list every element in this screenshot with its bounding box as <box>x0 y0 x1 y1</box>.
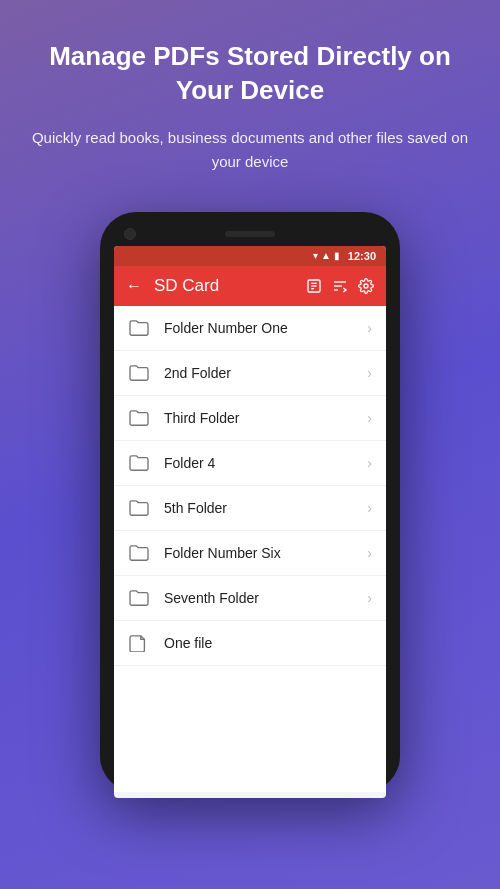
settings-icon-button[interactable] <box>358 278 374 294</box>
wifi-icon: ▾ <box>313 250 318 261</box>
app-bar: ← SD Card <box>114 266 386 306</box>
phone-speaker <box>225 231 275 237</box>
list-item[interactable]: Third Folder › <box>114 396 386 441</box>
status-time: 12:30 <box>348 250 376 262</box>
phone-body: ▾ ▲ ▮ 12:30 ← SD Card <box>100 212 400 792</box>
sort-icon-button[interactable] <box>332 278 348 294</box>
file-icon <box>128 634 150 652</box>
list-item[interactable]: Folder Number Six › <box>114 531 386 576</box>
list-item[interactable]: Folder 4 › <box>114 441 386 486</box>
folder-icon <box>128 319 150 337</box>
svg-point-7 <box>364 284 368 288</box>
status-icons: ▾ ▲ ▮ <box>313 250 340 261</box>
file-name: 5th Folder <box>164 500 367 516</box>
folder-icon <box>128 454 150 472</box>
back-button[interactable]: ← <box>126 277 142 295</box>
list-item[interactable]: One file <box>114 621 386 666</box>
list-item[interactable]: 5th Folder › <box>114 486 386 531</box>
file-icon-button[interactable] <box>306 278 322 294</box>
app-bar-actions <box>306 278 374 294</box>
file-name: Folder 4 <box>164 455 367 471</box>
app-bar-title: SD Card <box>154 276 294 296</box>
chevron-right-icon: › <box>367 500 372 516</box>
file-name: Folder Number One <box>164 320 367 336</box>
file-list: Folder Number One › 2nd Folder › Third F… <box>114 306 386 792</box>
file-name: 2nd Folder <box>164 365 367 381</box>
phone-notch <box>114 226 386 246</box>
file-name: Folder Number Six <box>164 545 367 561</box>
chevron-right-icon: › <box>367 365 372 381</box>
file-name: Seventh Folder <box>164 590 367 606</box>
folder-icon <box>128 364 150 382</box>
phone-mockup: ▾ ▲ ▮ 12:30 ← SD Card <box>0 212 500 792</box>
chevron-right-icon: › <box>367 455 372 471</box>
file-name: Third Folder <box>164 410 367 426</box>
signal-icon: ▲ <box>321 250 331 261</box>
folder-icon <box>128 544 150 562</box>
folder-icon <box>128 589 150 607</box>
list-item[interactable]: Seventh Folder › <box>114 576 386 621</box>
chevron-right-icon: › <box>367 410 372 426</box>
status-bar: ▾ ▲ ▮ 12:30 <box>114 246 386 266</box>
list-item[interactable]: Folder Number One › <box>114 306 386 351</box>
chevron-right-icon: › <box>367 590 372 606</box>
hero-subtitle: Quickly read books, business documents a… <box>30 126 470 174</box>
hero-section: Manage PDFs Stored Directly on Your Devi… <box>0 0 500 194</box>
hero-title: Manage PDFs Stored Directly on Your Devi… <box>30 40 470 108</box>
folder-icon <box>128 499 150 517</box>
chevron-right-icon: › <box>367 320 372 336</box>
file-name: One file <box>164 635 372 651</box>
phone-screen: ▾ ▲ ▮ 12:30 ← SD Card <box>114 246 386 798</box>
folder-icon <box>128 409 150 427</box>
list-item[interactable]: 2nd Folder › <box>114 351 386 396</box>
battery-icon: ▮ <box>334 250 340 261</box>
chevron-right-icon: › <box>367 545 372 561</box>
phone-camera <box>124 228 136 240</box>
